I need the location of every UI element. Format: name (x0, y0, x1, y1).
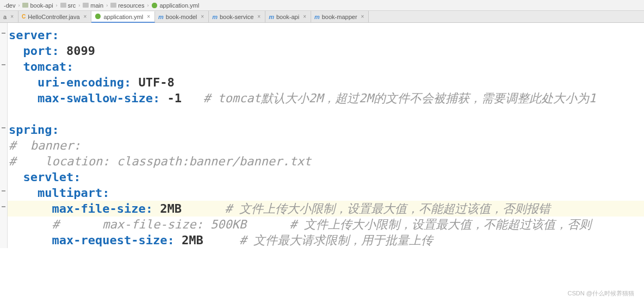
fold-handle[interactable] (1, 125, 6, 130)
editor-tabs: a × C HelloController.java × application… (0, 11, 644, 23)
close-icon[interactable]: × (361, 14, 364, 20)
gutter (0, 23, 8, 248)
tab-hello-controller[interactable]: C HelloController.java × (18, 11, 91, 22)
module-icon: m (269, 14, 274, 20)
code-line: multipart: (9, 185, 644, 201)
watermark: CSDN @什么时候养猫猫 (568, 289, 634, 298)
tab-book-service[interactable]: m book-service × (209, 11, 265, 22)
module-icon: m (158, 14, 164, 20)
module-icon: m (314, 14, 320, 20)
tab-application-yml[interactable]: application.yml × (91, 11, 155, 23)
code-line: max-request-size: 2MB # 文件最大请求限制，用于批量上传 (9, 232, 644, 248)
code-editor[interactable]: server: port: 8099 tomcat: uri-encoding:… (0, 23, 644, 248)
tab-book-mapper[interactable]: m book-mapper × (311, 11, 369, 22)
tab-a[interactable]: a × (0, 11, 18, 22)
code-line: server: (9, 27, 644, 43)
chevron-right-icon: › (56, 3, 58, 8)
code-line-highlighted: max-file-size: 2MB # 文件上传大小限制，设置最大值，不能超过… (0, 201, 644, 217)
tab-book-api[interactable]: m book-api × (265, 11, 311, 22)
chevron-right-icon: › (147, 3, 148, 8)
folder-icon (83, 3, 89, 8)
close-icon[interactable]: × (257, 14, 261, 20)
spring-leaf-icon (95, 13, 101, 21)
breadcrumb: -dev › book-api › src › main › resources… (0, 0, 644, 11)
fold-handle[interactable] (1, 62, 6, 67)
spring-leaf-icon (151, 2, 158, 9)
breadcrumb-item[interactable]: main (81, 2, 105, 9)
close-icon[interactable]: × (147, 14, 150, 20)
close-icon[interactable]: × (10, 14, 14, 20)
code-line: # banner: (9, 138, 644, 153)
chevron-right-icon: › (18, 3, 20, 8)
code-line: servlet: (9, 169, 644, 185)
module-icon: m (212, 14, 218, 20)
close-icon[interactable]: × (201, 14, 204, 20)
close-icon[interactable]: × (84, 14, 87, 20)
folder-icon (60, 3, 66, 8)
code-line: # location: classpath:banner/banner.txt (9, 153, 644, 169)
java-icon: C (22, 14, 26, 20)
code-line: tomcat: (9, 59, 644, 75)
breadcrumb-item[interactable]: resources (109, 2, 146, 9)
close-icon[interactable]: × (303, 14, 306, 20)
code-line: # max-file-size: 500KB # 文件上传大小限制，设置最大值，… (9, 217, 644, 232)
breadcrumb-item[interactable]: src (59, 2, 78, 9)
chevron-right-icon: › (106, 3, 108, 8)
breadcrumb-item[interactable]: book-api (21, 2, 54, 9)
fold-handle[interactable] (1, 30, 6, 35)
tab-book-model[interactable]: m book-model × (155, 11, 209, 22)
fold-handle[interactable] (1, 204, 6, 209)
code-line: spring: (9, 122, 644, 138)
fold-handle[interactable] (1, 188, 6, 193)
breadcrumb-item[interactable]: application.yml (150, 2, 201, 9)
breadcrumb-item[interactable]: -dev (2, 2, 17, 9)
code-line: max-swallow-size: -1 # tomcat默认大小2M，超过2M… (9, 90, 644, 106)
folder-icon (22, 3, 28, 8)
code-line: port: 8099 (9, 43, 644, 59)
code-line (9, 106, 644, 122)
code-line: uri-encoding: UTF-8 (9, 75, 644, 90)
chevron-right-icon: › (78, 3, 80, 8)
folder-icon (110, 3, 116, 8)
